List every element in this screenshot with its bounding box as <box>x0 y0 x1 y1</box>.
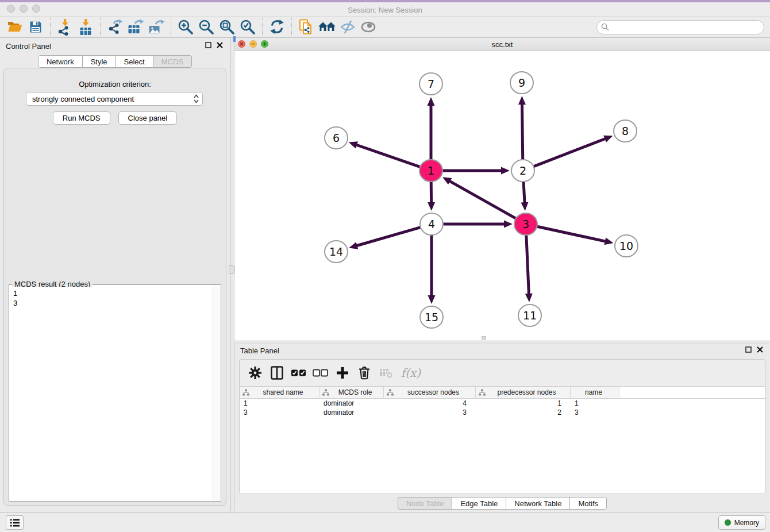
show-all-icon[interactable] <box>358 17 379 37</box>
edge-3-11[interactable] <box>526 235 529 295</box>
result-item[interactable]: 1 <box>13 288 213 298</box>
table-row[interactable]: 1dominator411 <box>240 399 765 408</box>
hierarchy-icon <box>387 389 394 396</box>
table-box: f(x) shared nameMCDS rolesuccessor nodes… <box>239 359 765 494</box>
run-mcds-button[interactable]: Run MCDS <box>53 111 110 125</box>
float-panel-icon[interactable] <box>205 42 211 48</box>
column-header-shared-name[interactable]: shared name <box>240 387 319 399</box>
search-input[interactable] <box>612 21 764 33</box>
graph-node-14[interactable]: 14 <box>325 241 348 263</box>
toolbar-separator <box>171 18 171 36</box>
column-header-predecessor-nodes[interactable]: predecessor nodes <box>476 387 571 399</box>
table-tab-network-table[interactable]: Network Table <box>506 497 570 510</box>
graph-node-3[interactable]: 3 <box>514 213 537 235</box>
toolbar-separator <box>291 18 292 36</box>
zoom-out-icon[interactable] <box>196 17 217 37</box>
new-network-from-selection-icon[interactable] <box>296 17 317 37</box>
cell-successor-nodes[interactable]: 3 <box>384 408 476 417</box>
svg-text:8: 8 <box>622 125 629 137</box>
graph-node-2[interactable]: 2 <box>511 160 534 182</box>
edge-3-10[interactable] <box>537 226 606 241</box>
cell-name[interactable]: 1 <box>571 399 619 408</box>
optimization-criterion-select[interactable]: strongly connected component <box>26 92 203 106</box>
zoom-selected-icon[interactable] <box>237 17 258 37</box>
hide-selected-icon[interactable] <box>337 17 358 37</box>
save-session-icon[interactable] <box>25 17 46 37</box>
table-row[interactable]: 3dominator323 <box>240 408 765 417</box>
delete-column-icon[interactable] <box>355 363 374 383</box>
export-image-icon[interactable] <box>146 17 167 37</box>
tab-mcds[interactable]: MCDS <box>153 55 192 68</box>
column-header-mcds-role[interactable]: MCDS role <box>319 387 384 399</box>
cell-mcds-role[interactable]: dominator <box>319 399 384 408</box>
graph-node-4[interactable]: 4 <box>420 213 443 235</box>
task-history-button[interactable] <box>6 515 24 530</box>
edge-4-14[interactable] <box>356 227 421 246</box>
cell-predecessor-nodes[interactable]: 2 <box>476 408 571 417</box>
tab-network[interactable]: Network <box>38 55 83 68</box>
export-network-icon[interactable] <box>105 17 125 37</box>
export-table-icon[interactable] <box>125 17 146 37</box>
tab-select[interactable]: Select <box>116 55 153 68</box>
column-header-name[interactable]: name <box>571 387 619 399</box>
graph-node-10[interactable]: 10 <box>615 235 638 257</box>
import-network-icon[interactable] <box>55 17 75 37</box>
cell-shared-name[interactable]: 1 <box>240 399 319 408</box>
graph-node-8[interactable]: 8 <box>614 120 637 142</box>
edge-2-3[interactable] <box>523 182 525 203</box>
table-tab-node-table[interactable]: Node Table <box>398 497 453 510</box>
deselect-all-rows-icon[interactable] <box>311 363 330 383</box>
graph-node-9[interactable]: 9 <box>510 72 533 94</box>
mcds-result-list[interactable]: 13 <box>10 287 213 500</box>
table-tab-motifs[interactable]: Motifs <box>569 497 607 510</box>
edge-1-6[interactable] <box>356 145 421 167</box>
graph-node-11[interactable]: 11 <box>518 304 541 326</box>
graph-node-1[interactable]: 1 <box>419 160 442 182</box>
graph-node-15[interactable]: 15 <box>420 306 443 328</box>
column-header-successor-nodes[interactable]: successor nodes <box>384 387 476 399</box>
edge-3-1[interactable] <box>449 181 516 219</box>
tab-style[interactable]: Style <box>82 55 116 68</box>
cell-name[interactable]: 3 <box>571 408 619 417</box>
first-neighbors-icon[interactable] <box>317 17 337 37</box>
cell-predecessor-nodes[interactable]: 1 <box>476 399 571 408</box>
apply-layout-icon[interactable] <box>267 17 287 37</box>
close-panel-icon[interactable] <box>217 42 223 48</box>
zoom-in-icon[interactable] <box>175 17 196 37</box>
svg-text:6: 6 <box>333 132 340 144</box>
close-table-panel-icon[interactable] <box>757 346 763 353</box>
open-session-icon[interactable] <box>5 17 25 37</box>
edge-arrow-1-6 <box>349 141 358 148</box>
network-canvas[interactable]: 7968124314101511 <box>234 51 770 340</box>
settings-gear-icon[interactable] <box>245 363 265 383</box>
panel-splitter[interactable] <box>230 38 234 512</box>
splitter-handle[interactable] <box>229 265 235 274</box>
delete-table-icon[interactable] <box>376 363 396 383</box>
add-column-icon[interactable] <box>333 363 352 383</box>
canvas-scroll-thumb[interactable] <box>482 336 486 340</box>
cell-mcds-role[interactable]: dominator <box>319 408 384 417</box>
import-table-icon[interactable] <box>75 17 96 37</box>
edge-2-8[interactable] <box>533 138 606 167</box>
network-graph: 7968124314101511 <box>234 51 770 340</box>
cell-shared-name[interactable]: 3 <box>240 408 319 417</box>
graph-node-6[interactable]: 6 <box>325 127 348 149</box>
edge-2-9[interactable] <box>522 103 522 160</box>
search-box[interactable] <box>596 20 764 34</box>
result-scrollbar[interactable] <box>213 286 220 500</box>
float-table-panel-icon[interactable] <box>745 346 752 353</box>
table-tab-edge-table[interactable]: Edge Table <box>452 497 506 510</box>
network-window-titlebar[interactable]: scc.txt <box>234 38 770 51</box>
toolbar-separator <box>100 18 101 36</box>
hierarchy-icon <box>479 389 486 396</box>
titlebar: Session: New Session <box>0 2 770 16</box>
close-panel-button[interactable]: Close panel <box>118 111 178 125</box>
graph-node-7[interactable]: 7 <box>419 73 442 95</box>
show-columns-icon[interactable] <box>267 363 287 383</box>
memory-button[interactable]: Memory <box>718 515 765 530</box>
cell-successor-nodes[interactable]: 4 <box>384 399 476 408</box>
select-all-rows-icon[interactable] <box>289 363 309 383</box>
zoom-fit-icon[interactable] <box>217 17 237 37</box>
result-item[interactable]: 3 <box>13 298 213 308</box>
function-builder-icon[interactable]: f(x) <box>398 363 424 383</box>
